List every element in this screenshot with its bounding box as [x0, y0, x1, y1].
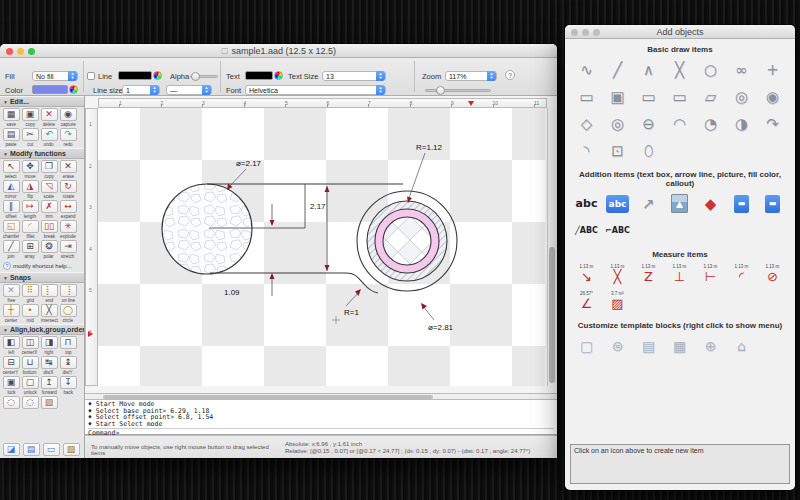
close-button[interactable]: [571, 29, 578, 36]
measure-zigzag[interactable]: 1.13 mZ: [633, 261, 664, 288]
template-corner-unit[interactable]: ⌂: [726, 332, 757, 359]
line-color-swatch[interactable]: [118, 71, 152, 80]
template-table-eight[interactable]: ▦: [664, 332, 695, 359]
minimize-button[interactable]: [17, 48, 24, 55]
snap-free[interactable]: ✕free: [2, 284, 20, 303]
unlock-tool[interactable]: ▢unlock: [21, 376, 39, 395]
offset-tool[interactable]: ∥offset: [2, 200, 20, 219]
paste-tool[interactable]: ▤paste: [2, 128, 20, 147]
horizontal-scroll-thumb[interactable]: [103, 395, 433, 399]
measure-horizontal[interactable]: 1.13 m⊢: [695, 261, 726, 288]
modify-shortcut-help[interactable]: ?modify shortcut help...: [0, 260, 84, 272]
align-centery-tool[interactable]: ⊟centerY: [2, 356, 20, 375]
line-style-dropdown[interactable]: —▲▼: [166, 85, 212, 95]
measure-angle[interactable]: 26.57°∠: [571, 288, 602, 315]
redo-tool[interactable]: ↷redo: [59, 128, 77, 147]
align-top-tool[interactable]: ⊓top: [59, 336, 77, 355]
measure-radius[interactable]: 1.13 m◜: [726, 261, 757, 288]
help-button[interactable]: ?: [505, 70, 515, 80]
break-tool[interactable]: ▯▯break: [40, 220, 58, 239]
arc-curve[interactable]: ◝: [571, 137, 602, 164]
lock-tool[interactable]: ▣lock: [2, 376, 20, 395]
vertical-scroll-thumb[interactable]: [549, 247, 555, 383]
rectangle-edge-handle[interactable]: ▭: [633, 83, 664, 110]
dist-x-tool[interactable]: ↹distX: [40, 356, 58, 375]
text-color-wheel-icon[interactable]: [274, 71, 283, 80]
perpendicular-line[interactable]: ╳: [664, 56, 695, 83]
snap-online[interactable]: ⢸on line: [59, 284, 77, 303]
erase-tool[interactable]: ✕erase: [59, 160, 77, 179]
donut[interactable]: ◎: [602, 110, 633, 137]
circle-radius-handle[interactable]: ◉: [757, 83, 788, 110]
chamfer-tool[interactable]: ◱chamfer: [2, 220, 20, 239]
measure-vertical[interactable]: 1.13 m⊥: [664, 261, 695, 288]
select-tool[interactable]: ↖select: [2, 160, 20, 179]
technical-drawing[interactable]: 2.17 1.09 ⌀=2.17 R=1.12 R=1: [98, 108, 545, 386]
explode-tool[interactable]: ✳explode: [59, 220, 77, 239]
circle-center-point[interactable]: ◎: [726, 83, 757, 110]
panel-toggle-doc[interactable]: ▤: [22, 443, 40, 456]
copy-tool[interactable]: ▣copy: [21, 108, 39, 127]
minimize-button[interactable]: [582, 29, 589, 36]
stretch-tool[interactable]: ⇥stretch: [59, 240, 77, 259]
undo-tool[interactable]: ↶undo: [40, 128, 58, 147]
template-sink[interactable]: ⊜: [602, 332, 633, 359]
dist-y-tool[interactable]: ↨distY: [59, 356, 77, 375]
text-box[interactable]: abc: [602, 190, 633, 217]
section-header[interactable]: ▼Snaps: [0, 272, 84, 283]
horizontal-scrollbar[interactable]: [85, 393, 557, 400]
back-tool[interactable]: ↧back: [59, 376, 77, 395]
ellipse-in-rectangle[interactable]: ⊡: [602, 137, 633, 164]
arc-start-end[interactable]: ↷: [757, 110, 788, 137]
polygon[interactable]: ◇: [571, 110, 602, 137]
template-table-six[interactable]: ▤: [633, 332, 664, 359]
text-size-dropdown[interactable]: 13▲▼: [322, 71, 386, 81]
circle-sector[interactable]: ◔: [695, 110, 726, 137]
align-centerx-tool[interactable]: ◫centerX: [21, 336, 39, 355]
snap-end[interactable]: ⡇end: [40, 284, 58, 303]
line-checkbox[interactable]: [87, 72, 95, 80]
group-frame-a[interactable]: ◌: [2, 396, 20, 409]
snap-circle[interactable]: ◯circle: [59, 304, 77, 323]
callout-bent-leader[interactable]: ▬: [757, 190, 788, 217]
vertical-scrollbar[interactable]: [547, 108, 556, 386]
close-button[interactable]: [6, 48, 13, 55]
line-segment[interactable]: ╱: [602, 56, 633, 83]
measure-area[interactable]: 3.7 m²▨: [602, 288, 633, 315]
delete-tool[interactable]: ✕delete: [40, 108, 58, 127]
save-tool[interactable]: ▦save: [2, 108, 20, 127]
cut-tool[interactable]: ✂cut: [21, 128, 39, 147]
section-header[interactable]: ▼Align,lock,group,order: [0, 324, 84, 335]
expand-tool[interactable]: ↔expand: [59, 200, 77, 219]
snap-center[interactable]: ┼center: [2, 304, 20, 323]
rotate-tool[interactable]: ↻rotate: [59, 180, 77, 199]
snap-grid[interactable]: ⠿grid: [21, 284, 39, 303]
panel-toggle-window[interactable]: ▭: [42, 443, 60, 456]
rectangle-corner-handles[interactable]: ▭: [664, 83, 695, 110]
font-dropdown[interactable]: Helvetica▲▼: [245, 85, 386, 95]
length-tool[interactable]: ↦length: [21, 200, 39, 219]
snap-mid[interactable]: •mid: [21, 304, 39, 323]
color-wheel-icon[interactable]: [69, 85, 78, 94]
copy-modify-tool[interactable]: ❐copy: [40, 160, 58, 179]
main-titlebar[interactable]: ▢ sample1.aad (12.5 x 12.5): [0, 44, 557, 58]
template-round-table[interactable]: ⊕: [695, 332, 726, 359]
rectangle[interactable]: ▭: [571, 83, 602, 110]
text-color-swatch[interactable]: [245, 71, 273, 80]
arc-three-point[interactable]: ◠: [664, 110, 695, 137]
cube-3d-tool[interactable]: ▨: [40, 396, 58, 409]
flip-tool[interactable]: ◮flip: [21, 180, 39, 199]
freehand-curve[interactable]: ∿: [571, 56, 602, 83]
alpha-slider[interactable]: [190, 75, 218, 78]
double-circle[interactable]: ∞: [726, 56, 757, 83]
measure-diameter[interactable]: 1.13 m⊘: [757, 261, 788, 288]
fill-color-bucket[interactable]: ◆: [695, 190, 726, 217]
zoom-dropdown[interactable]: 117%▲▼: [445, 71, 497, 81]
drawing-canvas[interactable]: 2.17 1.09 ⌀=2.17 R=1.12 R=1: [98, 108, 545, 386]
align-left-tool[interactable]: ◧left: [2, 336, 20, 355]
polar-tool[interactable]: ❂polar: [40, 240, 58, 259]
capture-tool[interactable]: ◉capture: [59, 108, 77, 127]
color-swatch[interactable]: [32, 85, 68, 94]
measure-diagonal[interactable]: 1.13 m↘: [571, 261, 602, 288]
text-corner-leader[interactable]: ⌐ABC: [602, 217, 633, 244]
